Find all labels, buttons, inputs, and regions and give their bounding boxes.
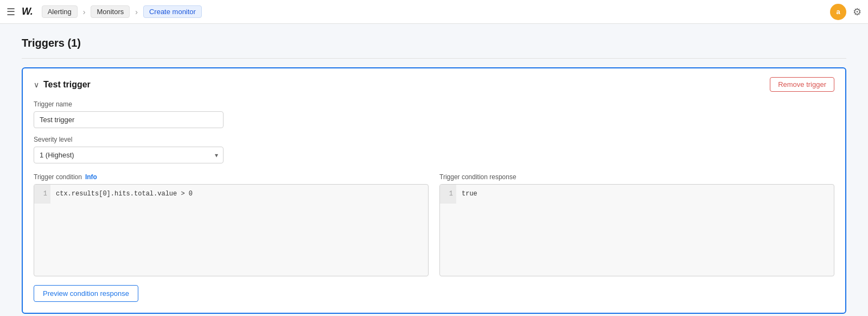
trigger-response-label: Trigger condition response	[439, 173, 516, 181]
breadcrumb-monitors[interactable]: Monitors	[91, 5, 130, 18]
code-editor-inner: 1 ctx.results[0].hits.total.value > 0	[34, 185, 428, 204]
severity-label: Severity level	[34, 136, 834, 143]
divider	[22, 58, 846, 59]
response-line-numbers: 1	[440, 185, 456, 204]
trigger-name-label: Trigger name	[34, 100, 834, 108]
severity-select-wrapper: 1 (Highest) 2 (High) 3 (Medium) 4 (Low) …	[34, 147, 224, 163]
severity-select[interactable]: 1 (Highest) 2 (High) 3 (Medium) 4 (Low) …	[34, 147, 224, 163]
trigger-title: Test trigger	[43, 80, 770, 90]
breadcrumb-create-monitor[interactable]: Create monitor	[143, 5, 202, 18]
main-content: Triggers (1) ∨ Test trigger Remove trigg…	[0, 24, 868, 316]
trigger-condition-label: Trigger condition	[34, 173, 82, 181]
response-code-content: true	[456, 185, 834, 204]
collapse-icon[interactable]: ∨	[34, 80, 39, 89]
remove-trigger-button[interactable]: Remove trigger	[770, 77, 834, 92]
condition-row: Trigger condition Info 1 ctx.results[0].…	[34, 173, 834, 276]
trigger-condition-col: Trigger condition Info 1 ctx.results[0].…	[34, 173, 429, 276]
logo: W.	[22, 6, 33, 17]
nav-right: a ⚙	[830, 4, 861, 20]
trigger-header: ∨ Test trigger Remove trigger	[34, 77, 834, 92]
page-title: Triggers (1)	[22, 37, 846, 49]
response-editor-inner: 1 true	[440, 185, 834, 204]
top-navigation: ☰ W. Alerting › Monitors › Create monito…	[0, 0, 868, 24]
avatar[interactable]: a	[830, 4, 846, 20]
settings-icon[interactable]: ⚙	[853, 6, 861, 18]
breadcrumb-alerting[interactable]: Alerting	[42, 5, 78, 18]
trigger-response-label-row: Trigger condition response	[439, 173, 834, 181]
trigger-condition-label-row: Trigger condition Info	[34, 173, 429, 181]
trigger-response-editor: 1 true	[439, 184, 834, 276]
condition-code-content: ctx.results[0].hits.total.value > 0	[50, 185, 428, 204]
breadcrumb-separator-1: ›	[83, 8, 86, 16]
trigger-response-col: Trigger condition response 1 true	[439, 173, 834, 276]
hamburger-menu-icon[interactable]: ☰	[7, 6, 15, 18]
info-icon[interactable]: Info	[85, 173, 97, 181]
trigger-condition-editor[interactable]: 1 ctx.results[0].hits.total.value > 0	[34, 184, 429, 276]
breadcrumb-separator-2: ›	[135, 8, 138, 16]
trigger-name-input[interactable]	[34, 111, 224, 128]
trigger-card: ∨ Test trigger Remove trigger Trigger na…	[22, 67, 846, 314]
preview-condition-response-button[interactable]: Preview condition response	[34, 285, 138, 302]
condition-line-numbers: 1	[34, 185, 50, 204]
